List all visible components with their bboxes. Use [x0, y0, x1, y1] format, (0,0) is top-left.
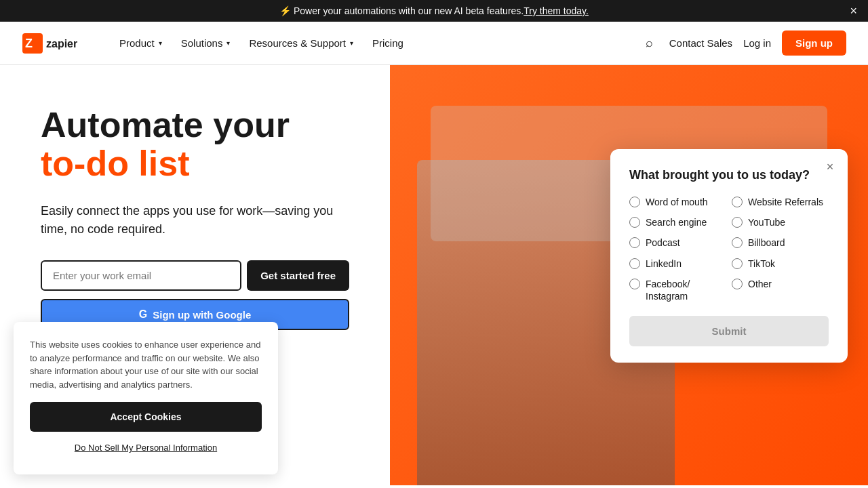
- radio-other[interactable]: [732, 279, 743, 289]
- cookie-banner: This website uses cookies to enhance use…: [14, 322, 278, 474]
- survey-close-button[interactable]: ×: [821, 157, 840, 176]
- banner-link[interactable]: Try them today.: [524, 5, 589, 16]
- survey-modal: × What brought you to us today? Word of …: [610, 149, 848, 363]
- signup-button[interactable]: Sign up: [782, 30, 846, 56]
- radio-tiktok[interactable]: [732, 258, 743, 269]
- label-podcast: Podcast: [646, 237, 680, 249]
- dont-sell-button[interactable]: Do Not Sell My Personal Information: [30, 437, 262, 458]
- nav-solutions[interactable]: Solutions ▾: [173, 32, 239, 54]
- logo[interactable]: Z zapier: [22, 33, 90, 54]
- radio-word_of_mouth[interactable]: [629, 197, 640, 207]
- radio-search_engine[interactable]: [629, 217, 640, 228]
- hero-title-line1: Automate your: [41, 106, 349, 144]
- survey-option-podcast[interactable]: Podcast: [629, 237, 726, 249]
- label-other: Other: [748, 278, 772, 290]
- survey-submit-button[interactable]: Submit: [629, 316, 829, 346]
- contact-sales-link[interactable]: Contact Sales: [669, 37, 732, 49]
- start-free-button[interactable]: Get started free: [247, 260, 349, 291]
- survey-title: What brought you to us today?: [629, 168, 829, 182]
- label-youtube: YouTube: [748, 216, 785, 228]
- accept-cookies-button[interactable]: Accept Cookies: [30, 402, 262, 432]
- solutions-chevron-icon: ▾: [226, 39, 230, 47]
- svg-text:zapier: zapier: [46, 38, 77, 49]
- label-word_of_mouth: Word of mouth: [646, 196, 708, 208]
- radio-billboard[interactable]: [732, 237, 743, 248]
- hero-subtitle: Easily connect the apps you use for work…: [41, 202, 349, 239]
- radio-linkedin[interactable]: [629, 258, 640, 269]
- label-billboard: Billboard: [748, 237, 785, 249]
- radio-facebook[interactable]: [629, 279, 640, 289]
- login-button[interactable]: Log in: [743, 37, 771, 49]
- label-search_engine: Search engine: [646, 216, 707, 228]
- product-chevron-icon: ▾: [159, 39, 162, 47]
- survey-option-facebook[interactable]: Facebook/ Instagram: [629, 278, 726, 302]
- survey-option-linkedin[interactable]: LinkedIn: [629, 258, 726, 270]
- survey-option-website_referrals[interactable]: Website Referrals: [732, 196, 829, 208]
- hero-title-line2: to-do list: [41, 144, 349, 183]
- label-tiktok: TikTok: [748, 258, 775, 270]
- nav-links: Product ▾ Solutions ▾ Resources & Suppor…: [111, 32, 640, 54]
- nav-pricing[interactable]: Pricing: [364, 32, 412, 54]
- nav-product[interactable]: Product ▾: [111, 32, 170, 54]
- radio-youtube[interactable]: [732, 217, 743, 228]
- survey-options: Word of mouth Website Referrals Search e…: [629, 196, 829, 302]
- survey-option-tiktok[interactable]: TikTok: [732, 258, 829, 270]
- banner-close-button[interactable]: ×: [850, 5, 857, 17]
- label-website_referrals: Website Referrals: [748, 196, 823, 208]
- navbar: Z zapier Product ▾ Solutions ▾ Resources…: [0, 22, 868, 65]
- banner-text: ⚡ Power your automations with our new AI…: [279, 5, 524, 16]
- search-button[interactable]: ⌕: [640, 30, 658, 56]
- nav-resources[interactable]: Resources & Support ▾: [241, 32, 361, 54]
- google-icon: G: [139, 308, 147, 321]
- survey-option-youtube[interactable]: YouTube: [732, 216, 829, 228]
- survey-option-search_engine[interactable]: Search engine: [629, 216, 726, 228]
- nav-right: ⌕ Contact Sales Log in Sign up: [640, 30, 846, 56]
- zapier-logo-svg: Z zapier: [22, 33, 90, 54]
- label-linkedin: LinkedIn: [646, 258, 682, 270]
- email-area: Get started free: [41, 260, 349, 291]
- cookie-text: This website uses cookies to enhance use…: [30, 338, 262, 391]
- survey-option-word_of_mouth[interactable]: Word of mouth: [629, 196, 726, 208]
- radio-website_referrals[interactable]: [732, 197, 743, 207]
- radio-podcast[interactable]: [629, 237, 640, 248]
- resources-chevron-icon: ▾: [350, 39, 353, 47]
- svg-text:Z: Z: [25, 37, 33, 50]
- top-banner: ⚡ Power your automations with our new AI…: [0, 0, 868, 22]
- email-input[interactable]: [41, 260, 241, 291]
- survey-option-billboard[interactable]: Billboard: [732, 237, 829, 249]
- search-icon: ⌕: [646, 36, 653, 49]
- survey-option-other[interactable]: Other: [732, 278, 829, 302]
- label-facebook: Facebook/ Instagram: [646, 278, 726, 302]
